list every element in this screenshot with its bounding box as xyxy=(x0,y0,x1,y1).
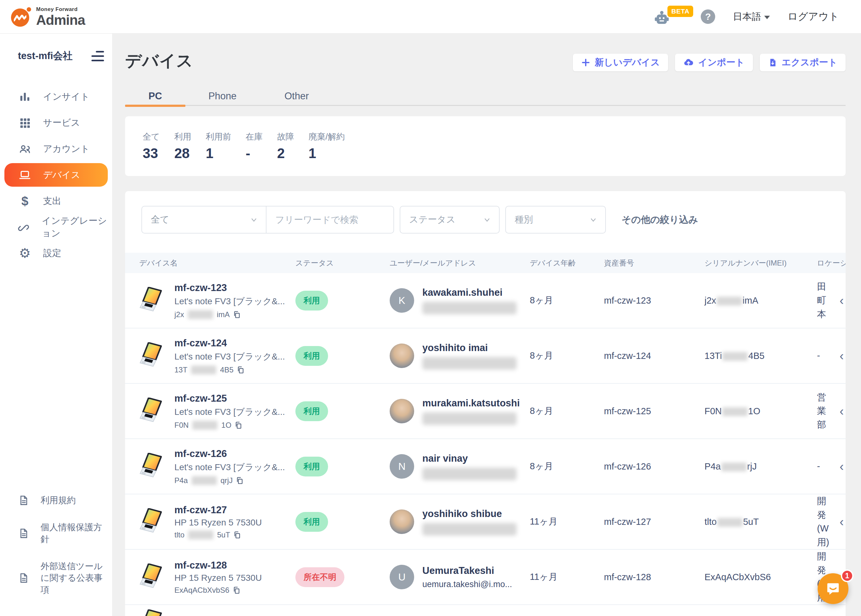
copy-icon[interactable] xyxy=(233,311,241,319)
user-cell: UUemuraTakeshiuemura.takeshi@i.mo... xyxy=(390,565,530,589)
sidebar-item-label: アカウント xyxy=(43,143,90,155)
sidebar-item-3[interactable]: デバイス xyxy=(0,162,112,188)
chevron-down-icon xyxy=(483,215,492,224)
tab-pc[interactable]: PC xyxy=(125,86,185,106)
sidebar-item-label: サービス xyxy=(43,116,80,129)
device-age-cell: 11ヶ月 xyxy=(530,571,604,583)
copy-icon[interactable] xyxy=(234,421,243,429)
logout-button[interactable]: ログアウト xyxy=(787,10,839,24)
laptop-illustration-icon xyxy=(139,342,166,369)
status-badge: 利用 xyxy=(295,346,328,366)
cloud-upload-icon xyxy=(683,57,694,68)
sidebar-footer-links: 利用規約個人情報保護方針外部送信ツールに関する公表事項 xyxy=(0,487,112,603)
table-row[interactable]: mf-czw-127HP 15 Ryzen 5 7530Utlto5uT利用yo… xyxy=(125,494,845,550)
sidebar-item-1[interactable]: サービス xyxy=(0,110,112,136)
copy-icon[interactable] xyxy=(237,366,245,374)
chevron-down-icon xyxy=(589,215,598,224)
table-row[interactable]: mf-czw-125Let's note FV3 [ブラック&...F0N1O利… xyxy=(125,384,845,439)
brand-small-label: Money Forward xyxy=(36,6,85,12)
asset-number-cell: mf-czw-125 xyxy=(604,406,704,416)
action-button-1[interactable]: インポート xyxy=(675,54,753,71)
device-serial: ExAqACbXvbS6 xyxy=(174,586,262,595)
copy-icon[interactable] xyxy=(236,476,244,485)
device-name: mf-czw-125 xyxy=(174,393,285,404)
chevron-left-icon[interactable]: ‹ xyxy=(840,405,844,417)
status-cell: 利用 xyxy=(295,291,390,311)
table-body: mf-czw-123Let's note FV3 [ブラック&...j2ximA… xyxy=(125,273,845,616)
search-category-select[interactable]: 全て xyxy=(142,206,267,233)
user-cell: Nnair vinay xyxy=(390,453,530,481)
tab-other[interactable]: Other xyxy=(259,86,334,106)
serial-number-cell: 13Ti4B5 xyxy=(704,351,817,361)
device-cell: mf-czw-124Let's note FV3 [ブラック&...13T4B5 xyxy=(139,338,295,374)
copy-icon[interactable] xyxy=(233,531,241,539)
document-icon xyxy=(18,573,29,583)
stat-value: - xyxy=(246,146,263,161)
assistant-robot-button[interactable]: BETA xyxy=(653,6,683,28)
device-cell: mf-czw-123Let's note FV3 [ブラック&...j2ximA xyxy=(139,282,295,319)
device-model: Let's note FV3 [ブラック&... xyxy=(174,461,285,473)
sidebar-item-5[interactable]: インテグレーション xyxy=(0,214,112,240)
tab-phone[interactable]: Phone xyxy=(185,86,259,106)
keyword-search-input[interactable] xyxy=(275,215,385,225)
beta-badge: BETA xyxy=(668,6,693,17)
status-badge: 利用 xyxy=(295,457,328,476)
stat-label: 利用 xyxy=(174,131,192,142)
sidebar-item-4[interactable]: $支出 xyxy=(0,188,112,214)
table-row[interactable]: mf-czw-128HP 15 Ryzen 5 7530UExAqACbXvbS… xyxy=(125,550,845,605)
chevron-left-icon[interactable]: ‹ xyxy=(840,294,844,307)
device-serial: tlto5uT xyxy=(174,531,262,539)
user-cell: yoshihito imai xyxy=(390,342,530,370)
device-age-cell: 11ヶ月 xyxy=(530,515,604,528)
stat-label: 全て xyxy=(143,131,160,142)
status-cell: 利用 xyxy=(295,457,390,476)
sidebar-item-0[interactable]: インサイト xyxy=(0,83,112,110)
more-filters-link[interactable]: その他の絞り込み xyxy=(622,214,698,226)
sidebar-collapse-button[interactable] xyxy=(91,51,104,61)
type-filter-select[interactable]: 種別 xyxy=(505,206,606,234)
type-filter-placeholder: 種別 xyxy=(515,214,533,226)
table-row[interactable]: mf-czw-126Let's note FV3 [ブラック&...P4aqrj… xyxy=(125,439,845,494)
chevron-left-icon[interactable]: ‹ xyxy=(840,460,844,473)
action-button-2[interactable]: エクスポート xyxy=(760,54,845,71)
device-cell: mf-czw-127HP 15 Ryzen 5 7530Utlto5uT xyxy=(139,504,295,539)
chevron-left-icon[interactable]: ‹ xyxy=(840,515,844,528)
email-redacted xyxy=(422,302,517,314)
status-filter-select[interactable]: ステータス xyxy=(400,206,500,234)
stat-value: 1 xyxy=(309,146,345,161)
footer-link-0[interactable]: 利用規約 xyxy=(0,487,112,514)
footer-link-1[interactable]: 個人情報保護方針 xyxy=(0,514,112,553)
help-icon[interactable]: ? xyxy=(701,9,715,24)
search-category-value: 全て xyxy=(151,214,170,226)
column-header: 資産番号 xyxy=(604,258,704,268)
device-age-cell: 8ヶ月 xyxy=(530,294,604,307)
avatar xyxy=(390,344,414,368)
avatar: N xyxy=(390,454,414,479)
user-name: kawakami.shuhei xyxy=(422,287,517,299)
device-name: mf-czw-123 xyxy=(174,282,285,294)
sidebar-item-6[interactable]: ⚙設定 xyxy=(0,240,112,266)
stat-value: 28 xyxy=(174,146,192,161)
brand-logo[interactable]: Money Forward Admina xyxy=(11,6,85,27)
table-row[interactable]: mf-czw-123Let's note FV3 [ブラック&...j2ximA… xyxy=(125,273,845,328)
sidebar-item-2[interactable]: アカウント xyxy=(0,136,112,162)
document-icon xyxy=(18,528,29,539)
stat-5: 廃棄/解約1 xyxy=(309,131,345,161)
page-actions: 新しいデバイスインポートエクスポート xyxy=(573,54,845,71)
action-button-0[interactable]: 新しいデバイス xyxy=(573,54,668,71)
user-cell: murakami.katsutoshi xyxy=(390,397,530,425)
table-row[interactable]: mf-czw-124Let's note FV3 [ブラック&...13T4B5… xyxy=(125,328,845,384)
laptop-illustration-icon xyxy=(139,398,166,424)
footer-link-label: 利用規約 xyxy=(41,494,76,506)
language-selector[interactable]: 日本語 xyxy=(733,10,770,23)
action-button-label: 新しいデバイス xyxy=(595,56,660,69)
integrations-icon xyxy=(18,221,30,234)
table-row[interactable]: mf-czw-129 xyxy=(125,605,845,616)
chevron-left-icon[interactable]: ‹ xyxy=(840,349,844,362)
footer-link-2[interactable]: 外部送信ツールに関する公表事項 xyxy=(0,553,112,603)
email-redacted xyxy=(422,523,517,536)
search-filter-group: 全て xyxy=(141,206,394,234)
user-name: nair vinay xyxy=(422,453,517,465)
copy-icon[interactable] xyxy=(233,586,241,594)
user-cell: yoshihiko shibue xyxy=(390,508,530,536)
